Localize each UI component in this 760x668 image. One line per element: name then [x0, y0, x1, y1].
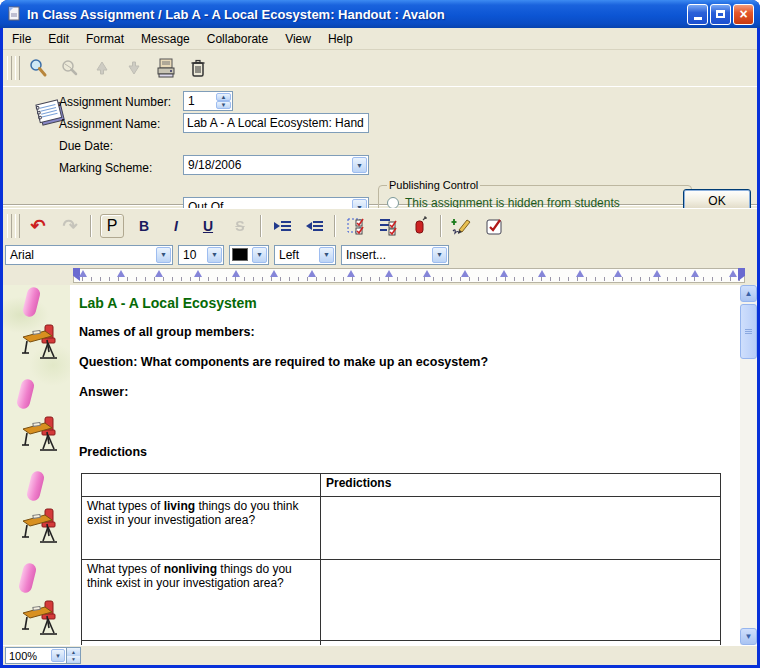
scrollbar-thumb[interactable] — [740, 304, 757, 359]
tab-stop-marker[interactable] — [614, 270, 622, 277]
format-toolbar-grip[interactable] — [7, 214, 12, 238]
tab-stop-marker[interactable] — [576, 270, 584, 277]
redo-button[interactable]: ↷ — [56, 213, 84, 239]
previous-button[interactable] — [88, 55, 116, 81]
toolbar-grip[interactable] — [7, 56, 12, 80]
bold-button[interactable]: B — [130, 213, 158, 239]
tab-stop-marker[interactable] — [79, 270, 87, 277]
dropdown-arrow-icon[interactable]: ▼ — [319, 247, 334, 263]
minimize-button[interactable] — [687, 4, 708, 25]
paragraph-question: Question: What components are required t… — [79, 355, 723, 369]
scroll-down-button[interactable]: ▼ — [740, 628, 757, 645]
font-family-value: Arial — [10, 248, 34, 262]
menu-file[interactable]: File — [12, 32, 31, 46]
assignment-number-spinner[interactable]: ▲ ▼ — [216, 93, 231, 109]
underline-button[interactable]: U — [194, 213, 222, 239]
menu-collaborate[interactable]: Collaborate — [207, 32, 268, 46]
zoom-level-dropdown[interactable]: 100% ▼ — [5, 647, 67, 664]
insert-dropdown[interactable]: Insert... ▼ — [341, 245, 449, 265]
tab-stop-marker[interactable] — [155, 270, 163, 277]
school-desk-icon — [21, 599, 59, 639]
eraser-icon — [18, 562, 38, 594]
tab-stop-marker[interactable] — [691, 270, 699, 277]
tab-stop-marker[interactable] — [117, 270, 125, 277]
ruler-tabstops — [79, 270, 737, 277]
close-button[interactable]: × — [733, 4, 754, 25]
next-button[interactable] — [120, 55, 148, 81]
tab-stop-marker[interactable] — [385, 270, 393, 277]
eraser-icon — [26, 470, 46, 502]
spinner-up-icon[interactable]: ▲ — [67, 648, 80, 656]
font-size-dropdown[interactable]: 10 ▼ — [178, 245, 224, 265]
approve-button[interactable] — [480, 213, 508, 239]
predictions-heading: Predictions — [79, 445, 723, 459]
signature-button[interactable] — [448, 213, 476, 239]
delete-button[interactable] — [184, 55, 212, 81]
search-button[interactable] — [24, 55, 52, 81]
tab-stop-marker[interactable] — [194, 270, 202, 277]
spinner-up-icon[interactable]: ▲ — [216, 93, 231, 101]
menu-format[interactable]: Format — [86, 32, 124, 46]
pencil-plus-icon — [451, 216, 473, 236]
assignment-number-label: Assignment Number: — [59, 95, 171, 109]
menu-view[interactable]: View — [285, 32, 311, 46]
undo-button[interactable]: ↶ — [24, 213, 52, 239]
dropdown-arrow-icon[interactable]: ▼ — [432, 247, 447, 263]
paragraph-style-button[interactable]: P — [98, 213, 126, 239]
checklist-button[interactable] — [374, 213, 402, 239]
predictions-table: Predictions What types of living things … — [81, 473, 721, 645]
alignment-dropdown[interactable]: Left ▼ — [274, 245, 336, 265]
indent-decrease-button[interactable] — [300, 213, 328, 239]
tab-stop-marker[interactable] — [653, 270, 661, 277]
font-family-dropdown[interactable]: Arial ▼ — [5, 245, 173, 265]
assignment-name-input[interactable] — [183, 113, 369, 133]
app-icon — [6, 6, 22, 22]
tab-stop-marker[interactable] — [347, 270, 355, 277]
tab-stop-marker[interactable] — [538, 270, 546, 277]
scroll-down-icon: ▼ — [745, 632, 753, 641]
marker-button[interactable] — [406, 213, 434, 239]
answer-cell[interactable] — [321, 497, 721, 560]
document-content[interactable]: Lab A - A Local Ecosystem Names of all g… — [70, 285, 723, 645]
strikethrough-button[interactable]: S — [226, 213, 254, 239]
font-color-dropdown[interactable]: ▼ — [229, 245, 269, 265]
eraser-icon — [16, 378, 36, 410]
zoom-spinner[interactable]: ▲ ▼ — [67, 647, 81, 664]
scroll-up-button[interactable]: ▲ — [740, 285, 757, 302]
tab-stop-marker[interactable] — [308, 270, 316, 277]
document-editor[interactable]: Lab A - A Local Ecosystem Names of all g… — [3, 285, 740, 645]
tab-stop-marker[interactable] — [729, 270, 737, 277]
checkbox-select-button[interactable] — [342, 213, 370, 239]
maximize-button[interactable] — [710, 4, 731, 25]
answer-cell[interactable] — [321, 560, 721, 641]
dropdown-arrow-icon[interactable]: ▼ — [207, 247, 222, 263]
spinner-down-icon[interactable]: ▼ — [67, 656, 80, 664]
dropdown-arrow-icon[interactable]: ▼ — [156, 247, 171, 263]
italic-button[interactable]: I — [162, 213, 190, 239]
menu-message[interactable]: Message — [141, 32, 190, 46]
due-date-dropdown[interactable]: 9/18/2006 ▼ — [183, 155, 369, 175]
menu-help[interactable]: Help — [328, 32, 353, 46]
tab-stop-marker[interactable] — [461, 270, 469, 277]
assignment-number-field[interactable]: 1 ▲ ▼ — [183, 91, 233, 111]
toolbar-separator — [334, 215, 336, 237]
dropdown-arrow-icon[interactable]: ▼ — [352, 157, 367, 173]
dropdown-arrow-icon[interactable]: ▼ — [51, 649, 65, 662]
vertical-scrollbar[interactable]: ▲ ▼ — [740, 285, 757, 645]
tab-stop-marker[interactable] — [500, 270, 508, 277]
application-window: In Class Assignment / Lab A - A Local Ec… — [0, 0, 760, 668]
redo-icon: ↷ — [62, 217, 77, 235]
spinner-down-icon[interactable]: ▼ — [216, 101, 231, 109]
school-desk-icon — [21, 323, 59, 363]
tab-stop-marker[interactable] — [232, 270, 240, 277]
title-bar[interactable]: In Class Assignment / Lab A - A Local Ec… — [0, 0, 760, 28]
ruler — [3, 266, 757, 284]
close-icon: × — [739, 7, 747, 21]
dropdown-arrow-icon[interactable]: ▼ — [252, 247, 267, 263]
menu-edit[interactable]: Edit — [48, 32, 69, 46]
tab-stop-marker[interactable] — [270, 270, 278, 277]
tab-stop-marker[interactable] — [423, 270, 431, 277]
print-button[interactable] — [152, 55, 180, 81]
find-again-button[interactable] — [56, 55, 84, 81]
indent-increase-button[interactable] — [268, 213, 296, 239]
